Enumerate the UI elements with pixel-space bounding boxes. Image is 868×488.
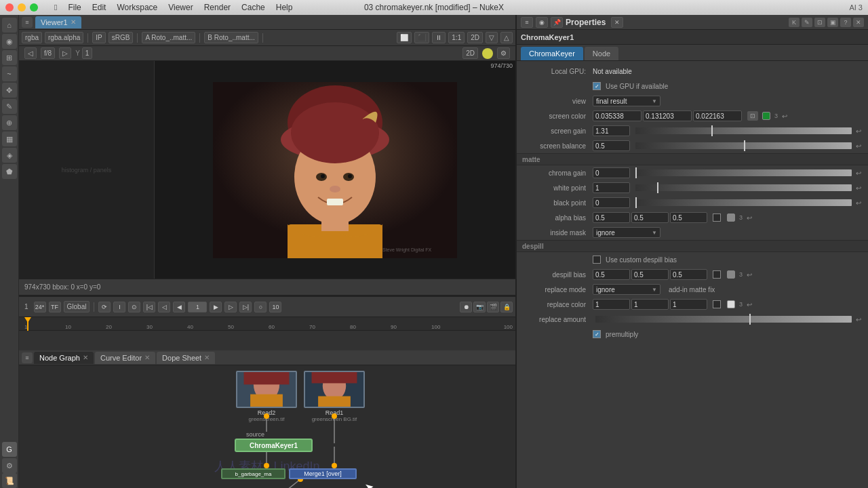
viewer-tab-close[interactable]: ✕: [71, 18, 76, 26]
skip-first[interactable]: |◁: [143, 302, 155, 312]
mode-2d[interactable]: 2D: [462, 47, 478, 59]
prop-pin-icon[interactable]: 📌: [551, 17, 563, 28]
premultiply-checkbox[interactable]: [593, 330, 601, 338]
toolbar-home[interactable]: ⌂: [2, 18, 17, 33]
despill-bias-checkbox[interactable]: [713, 270, 721, 279]
white-point-slider[interactable]: [635, 184, 852, 191]
tab-dope-sheet[interactable]: Dope Sheet ✕: [157, 352, 215, 364]
black-point-reset[interactable]: ↩: [854, 199, 863, 207]
flipbook-btn[interactable]: 🎬: [487, 302, 499, 312]
replace-color-swatch[interactable]: [727, 300, 735, 308]
ip-button[interactable]: IP: [92, 32, 105, 43]
input-b-selector[interactable]: B Roto_..matt...: [204, 32, 258, 43]
alpha-bias-b[interactable]: 0.5: [670, 212, 707, 223]
toolbar-curves[interactable]: ~: [2, 66, 17, 81]
chroma-keyer-node[interactable]: ChromaKeyer1: [235, 439, 313, 452]
toolbar-script[interactable]: 📜: [2, 473, 17, 488]
use-gpu-checkbox[interactable]: [593, 82, 601, 90]
custom-despill-checkbox[interactable]: [593, 256, 601, 264]
playhead[interactable]: [27, 317, 28, 331]
tab-chromakeyer[interactable]: ChromaKeyer: [521, 47, 583, 60]
tab-node-graph-close[interactable]: ✕: [83, 354, 88, 361]
node-read1[interactable]: Read1 greenscreen BG.tif: [304, 371, 365, 422]
screen-balance-slider[interactable]: [635, 142, 852, 149]
prop-icon2[interactable]: ✎: [802, 18, 812, 27]
panel-menu-icon[interactable]: ≡: [22, 352, 33, 363]
gain-down[interactable]: ▽: [486, 32, 498, 43]
view-settings[interactable]: ⚙: [497, 47, 510, 59]
colorspace-selector[interactable]: sRGB: [108, 32, 134, 43]
tab-dope-sheet-close[interactable]: ✕: [204, 354, 210, 361]
toolbar-transform[interactable]: ✥: [2, 83, 17, 98]
menu-edit[interactable]: Edit: [92, 3, 106, 12]
frame-skip[interactable]: 10: [269, 302, 281, 312]
toolbar-filter[interactable]: ▦: [2, 131, 17, 146]
despill-bias-b[interactable]: 0.5: [670, 269, 707, 280]
screen-balance-value[interactable]: 0.5: [593, 140, 630, 151]
chroma-gain-slider[interactable]: [635, 169, 852, 176]
toolbar-paint[interactable]: ✎: [2, 99, 17, 114]
timeline-frames[interactable]: [19, 331, 515, 350]
lock-btn[interactable]: 🔒: [500, 302, 513, 312]
gain-picker[interactable]: [482, 48, 493, 59]
step-back[interactable]: ◁: [158, 302, 170, 312]
alpha-bias-swatch[interactable]: [727, 214, 735, 222]
tab-node-graph[interactable]: Node Graph ✕: [34, 352, 94, 364]
pause-icon[interactable]: ⏸: [432, 32, 446, 43]
mode-selector[interactable]: 2D: [467, 32, 483, 43]
frame-prev[interactable]: ◁: [24, 47, 37, 59]
replace-color-checkbox[interactable]: [713, 300, 721, 308]
white-point-value[interactable]: 1: [593, 182, 630, 193]
menu-cache[interactable]: Cache: [241, 3, 265, 12]
despill-bias-g[interactable]: 0.5: [631, 269, 669, 280]
alpha-bias-checkbox[interactable]: [713, 214, 721, 222]
black-point-slider[interactable]: [635, 199, 852, 206]
prop-icon4[interactable]: ▣: [827, 18, 838, 27]
step-forward[interactable]: ▷: [224, 302, 237, 312]
screen-color-r[interactable]: 0.035338: [593, 110, 642, 121]
replace-amount-slider[interactable]: [595, 316, 852, 323]
prop-icon1[interactable]: K: [789, 18, 800, 27]
loop-toggle[interactable]: ○: [254, 302, 267, 312]
despill-bias-swatch[interactable]: [727, 270, 735, 279]
menu-viewer[interactable]: Viewer: [168, 3, 193, 12]
channel-selector[interactable]: rgba: [22, 32, 42, 43]
toolbar-keyer[interactable]: ◈: [2, 148, 17, 163]
screen-gain-reset[interactable]: ↩: [854, 127, 863, 135]
viewer-image-area[interactable]: Steve Wright Digital FX 974/730: [155, 61, 515, 279]
wipe-icon[interactable]: ⬜: [397, 32, 412, 43]
node-graph[interactable]: 人人素材 LinkedIn Read2 greenscreen.tif: [19, 365, 515, 488]
alpha-bias-r[interactable]: 0.5: [593, 212, 630, 223]
screen-balance-reset[interactable]: ↩: [854, 142, 863, 150]
view-dropdown[interactable]: final result ▼: [593, 96, 660, 106]
prop-icon3[interactable]: ⊡: [814, 18, 825, 27]
chroma-gain-reset[interactable]: ↩: [854, 169, 863, 177]
viewer-tab[interactable]: Viewer1 ✕: [35, 16, 81, 28]
despill-bias-r[interactable]: 0.5: [593, 269, 630, 280]
screen-color-eyedropper[interactable]: ⊡: [747, 111, 758, 121]
viewer-menu-icon[interactable]: ≡: [22, 17, 33, 28]
toolbar-settings[interactable]: ⚙: [2, 458, 17, 473]
menu-render[interactable]: Render: [204, 3, 231, 12]
toolbar-nodes[interactable]: ⊞: [2, 50, 17, 65]
maximize-button[interactable]: [30, 3, 38, 12]
sync-icon[interactable]: ⟳: [98, 302, 111, 312]
toolbar-merge[interactable]: ⊕: [2, 115, 17, 130]
zoom-selector[interactable]: 1:1: [448, 32, 465, 43]
screen-color-swatch[interactable]: [762, 112, 770, 120]
node-read2[interactable]: Read2 greenscreen.tif: [236, 371, 297, 422]
replace-color-r[interactable]: 1: [593, 299, 630, 310]
prop-menu-icon[interactable]: ≡: [521, 17, 533, 28]
despill-bias-reset[interactable]: ↩: [745, 270, 753, 279]
current-frame[interactable]: 1: [188, 302, 207, 312]
menu-apple[interactable]: : [54, 3, 57, 12]
alpha-bias-reset[interactable]: ↩: [745, 214, 753, 222]
screen-color-g[interactable]: 0.131203: [643, 110, 692, 121]
toolbar-user[interactable]: G: [2, 442, 17, 457]
tab-curve-editor-close[interactable]: ✕: [144, 354, 150, 361]
menu-workspace[interactable]: Workspace: [117, 3, 157, 12]
play-forward[interactable]: ▶: [210, 302, 222, 312]
play-back[interactable]: ◀: [173, 302, 185, 312]
replace-color-b[interactable]: 1: [670, 299, 707, 310]
black-point-value[interactable]: 0: [593, 197, 630, 208]
